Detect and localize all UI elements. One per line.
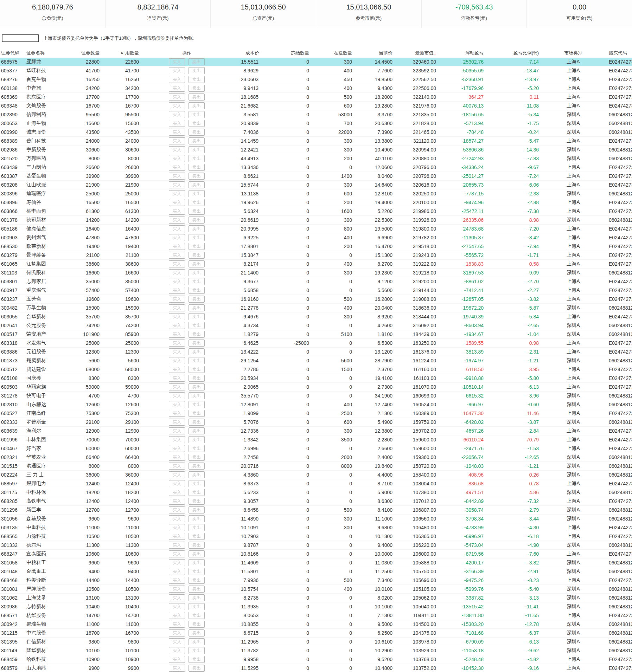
buy-button[interactable]: 买入 [169, 498, 185, 505]
sell-button[interactable]: 卖出 [189, 524, 205, 531]
column-header-pct[interactable]: 盈亏比例(%) [487, 50, 542, 56]
column-header-avail[interactable]: 可用数量 [101, 50, 140, 56]
sell-button[interactable]: 卖出 [189, 296, 205, 303]
buy-button[interactable]: 买入 [169, 392, 185, 399]
sell-button[interactable]: 卖出 [189, 533, 205, 540]
sell-button[interactable]: 卖出 [189, 506, 205, 513]
buy-button[interactable]: 买入 [169, 656, 185, 663]
buy-button[interactable]: 买入 [169, 199, 185, 206]
sell-button[interactable]: 卖出 [189, 93, 205, 101]
table-row[interactable]: 603279景津装备2110021100买入卖出15.38470015.1300… [0, 251, 632, 260]
sell-button[interactable]: 卖出 [189, 225, 205, 232]
table-row[interactable]: 603237五芳斋1960019600买入卖出16.9160050016.280… [0, 295, 632, 304]
buy-button[interactable]: 买入 [169, 278, 185, 285]
buy-button[interactable]: 买入 [169, 260, 185, 267]
sell-button[interactable]: 卖出 [189, 76, 205, 83]
table-row[interactable]: 300396迪瑞医疗2500025000买入卖出13.1138060012.81… [0, 189, 632, 198]
table-row[interactable]: 600527江南高纤7530075300买入卖出1.9099025002.130… [0, 409, 632, 418]
sell-button[interactable]: 卖出 [189, 269, 205, 276]
table-row[interactable]: 600903贵州燃气4780047800买入卖出6.922504006.6900… [0, 233, 632, 242]
table-row[interactable]: 301278快可电子47004700买入卖出35.57700034.190016… [0, 392, 632, 400]
buy-button[interactable]: 买入 [169, 471, 185, 478]
table-row[interactable]: 603135中重科技1100011000买入卖出10.109103009.680… [0, 523, 632, 532]
table-row[interactable]: 001378德冠新材1420014200买入卖出20.6619030022.53… [0, 216, 632, 225]
table-row[interactable]: 605108同庆楼83008300买入卖出20.59340019.4100161… [0, 374, 632, 383]
table-row[interactable]: 301175中科环保1820018200买入卖出5.6233005.900010… [0, 488, 632, 497]
column-header-cost[interactable]: 成本价 [233, 50, 261, 56]
sell-button[interactable]: 卖出 [189, 67, 205, 74]
sell-button[interactable]: 卖出 [189, 647, 205, 654]
buy-button[interactable]: 买入 [169, 137, 185, 144]
buy-button[interactable]: 买入 [169, 102, 185, 109]
table-row[interactable]: 601065江盐集团3860038600买入卖出8.217404008.2700… [0, 260, 632, 269]
sell-button[interactable]: 卖出 [189, 120, 205, 127]
table-row[interactable]: 603387基蛋生物3990039900买入卖出8.6621014008.040… [0, 172, 632, 181]
buy-button[interactable]: 买入 [169, 93, 185, 101]
buy-button[interactable]: 买入 [169, 304, 185, 311]
sell-button[interactable]: 卖出 [189, 322, 205, 329]
buy-button[interactable]: 买入 [169, 621, 185, 628]
buy-button[interactable]: 买入 [169, 111, 185, 118]
sell-button[interactable]: 卖出 [189, 568, 205, 575]
sell-button[interactable]: 卖出 [189, 410, 205, 417]
sell-button[interactable]: 卖出 [189, 480, 205, 487]
sell-button[interactable]: 卖出 [189, 454, 205, 461]
table-row[interactable]: 301056森赫股份96009600买入卖出11.4890030011.1000… [0, 515, 632, 523]
table-row[interactable]: 603348文灿股份1670016700买入卖出21.6682060019.28… [0, 102, 632, 110]
table-row[interactable]: 688575亚辉龙2280022800买入卖出15.5511030014.450… [0, 58, 632, 66]
table-row[interactable]: 688565力源科技1050010500买入卖出10.79030010.1300… [0, 532, 632, 541]
sell-button[interactable]: 卖出 [189, 665, 205, 672]
buy-button[interactable]: 买入 [169, 58, 185, 65]
buy-button[interactable]: 买入 [169, 208, 185, 215]
table-row[interactable]: 605377华旺科技4170041700买入卖出8.962904007.7600… [0, 66, 632, 75]
table-row[interactable]: 301395仁信新材98009800买入卖出11.29650010.610010… [0, 638, 632, 646]
table-row[interactable]: 600138中青旅3420034200买入卖出9.941304009.43003… [0, 84, 632, 93]
sell-button[interactable]: 卖出 [189, 287, 205, 294]
table-row[interactable]: 600503华丽家族5900059000买入卖出2.9065002.730016… [0, 383, 632, 392]
table-row[interactable]: 601996丰林集团7000070000买入卖出1.3342035002.280… [0, 435, 632, 444]
unit-input[interactable] [2, 34, 39, 42]
sell-button[interactable]: 卖出 [189, 586, 205, 593]
table-row[interactable]: 301332德尔玛1130011300买入卖出9.8787009.4000106… [0, 541, 632, 550]
buy-button[interactable]: 买入 [169, 629, 185, 637]
sell-button[interactable]: 卖出 [189, 638, 205, 645]
buy-button[interactable]: 买入 [169, 559, 185, 566]
buy-button[interactable]: 买入 [169, 489, 185, 496]
table-row[interactable]: 002321华英农业6640066400买入卖出2.7458020002.400… [0, 453, 632, 462]
buy-button[interactable]: 买入 [169, 85, 185, 92]
buy-button[interactable]: 买入 [169, 243, 185, 250]
buy-button[interactable]: 买入 [169, 173, 185, 180]
table-row[interactable]: 605186健麾信息1640016400买入卖出20.9995080019.50… [0, 225, 632, 233]
column-header-mktval[interactable]: 最新市值↓ [396, 50, 440, 56]
table-row[interactable]: 603318水发燃气2500025000买入卖出6.4625-2500006.5… [0, 339, 632, 348]
table-row[interactable]: 688389普门科技2400024000买入卖出14.1459030013.38… [0, 137, 632, 146]
table-row[interactable]: 301058中粮科工96009600买入卖出11.46090011.030010… [0, 558, 632, 567]
table-row[interactable]: 688459哈铁科技1090010900买入卖出9.9958009.520010… [0, 655, 632, 664]
table-row[interactable]: 300942易瑞生物1100011000买入卖出10.8855009.50001… [0, 620, 632, 629]
sell-button[interactable]: 卖出 [189, 577, 205, 584]
sell-button[interactable]: 卖出 [189, 445, 205, 452]
column-header-price[interactable]: 当前价 [356, 50, 396, 56]
buy-button[interactable]: 买入 [169, 225, 185, 232]
table-row[interactable]: 688571杭华股份1470014700买入卖出8.0653007.130010… [0, 611, 632, 620]
buy-button[interactable]: 买入 [169, 410, 185, 417]
sell-button[interactable]: 卖出 [189, 340, 205, 347]
sell-button[interactable]: 卖出 [189, 331, 205, 338]
sell-button[interactable]: 卖出 [189, 401, 205, 408]
sell-button[interactable]: 卖出 [189, 199, 205, 206]
buy-button[interactable]: 买入 [169, 190, 185, 197]
sell-button[interactable]: 卖出 [189, 111, 205, 118]
sell-button[interactable]: 卖出 [189, 278, 205, 285]
sell-button[interactable]: 卖出 [189, 260, 205, 267]
column-header-transit[interactable]: 在途数量 [313, 50, 356, 56]
sell-button[interactable]: 卖出 [189, 190, 205, 197]
table-row[interactable]: 688285高铁电气1240012400买入卖出9.3057008.630010… [0, 497, 632, 506]
table-row[interactable]: 688276百克生物1625016250买入卖出23.0603045019.85… [0, 75, 632, 84]
table-row[interactable]: 301215中汽股份1670016700买入卖出6.6715006.250010… [0, 629, 632, 638]
buy-button[interactable]: 买入 [169, 577, 185, 584]
buy-button[interactable]: 买入 [169, 454, 185, 461]
table-row[interactable]: 688597煜邦电力1240012400买入卖出8.6373008.710010… [0, 479, 632, 488]
sell-button[interactable]: 卖出 [189, 181, 205, 188]
sell-button[interactable]: 卖出 [189, 559, 205, 566]
table-row[interactable]: 600512腾达建设6800068000买入卖出2.2786015002.370… [0, 365, 632, 374]
